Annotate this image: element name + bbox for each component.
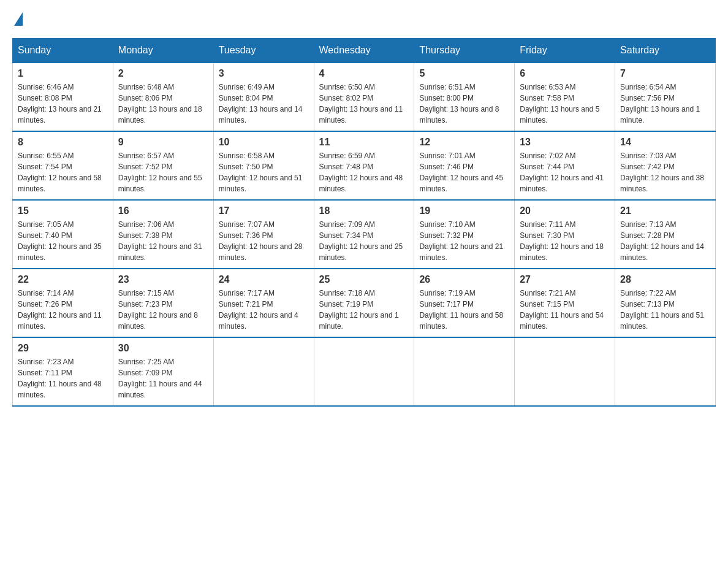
day-info: Sunrise: 7:02 AMSunset: 7:44 PMDaylight:… (520, 150, 610, 194)
header-thursday: Thursday (414, 39, 515, 63)
day-number: 3 (219, 68, 309, 79)
day-info: Sunrise: 7:19 AMSunset: 7:17 PMDaylight:… (419, 288, 509, 332)
day-number: 25 (319, 274, 409, 285)
calendar-cell: 9Sunrise: 6:57 AMSunset: 7:52 PMDaylight… (113, 131, 213, 200)
day-info: Sunrise: 6:58 AMSunset: 7:50 PMDaylight:… (219, 150, 309, 194)
calendar-cell: 1Sunrise: 6:46 AMSunset: 8:08 PMDaylight… (13, 63, 113, 131)
day-number: 5 (419, 68, 509, 79)
calendar-cell: 2Sunrise: 6:48 AMSunset: 8:06 PMDaylight… (113, 63, 213, 131)
calendar-cell: 6Sunrise: 6:53 AMSunset: 7:58 PMDaylight… (515, 63, 615, 131)
weekday-header-row: SundayMondayTuesdayWednesdayThursdayFrid… (13, 39, 716, 63)
calendar-cell: 13Sunrise: 7:02 AMSunset: 7:44 PMDayligh… (515, 131, 615, 200)
day-number: 23 (118, 274, 208, 285)
calendar-cell (213, 337, 314, 406)
day-info: Sunrise: 7:03 AMSunset: 7:42 PMDaylight:… (620, 150, 710, 194)
calendar-cell: 8Sunrise: 6:55 AMSunset: 7:54 PMDaylight… (13, 131, 113, 200)
day-info: Sunrise: 7:17 AMSunset: 7:21 PMDaylight:… (219, 288, 309, 332)
calendar-cell: 15Sunrise: 7:05 AMSunset: 7:40 PMDayligh… (13, 200, 113, 269)
day-number: 29 (18, 343, 108, 354)
calendar-cell: 10Sunrise: 6:58 AMSunset: 7:50 PMDayligh… (213, 131, 314, 200)
day-number: 10 (219, 137, 309, 148)
calendar-cell: 4Sunrise: 6:50 AMSunset: 8:02 PMDaylight… (314, 63, 414, 131)
header-monday: Monday (113, 39, 213, 63)
header-sunday: Sunday (13, 39, 113, 63)
day-info: Sunrise: 7:25 AMSunset: 7:09 PMDaylight:… (118, 356, 208, 400)
day-number: 2 (118, 68, 208, 79)
calendar-cell: 5Sunrise: 6:51 AMSunset: 8:00 PMDaylight… (414, 63, 515, 131)
day-number: 4 (319, 68, 409, 79)
day-info: Sunrise: 6:57 AMSunset: 7:52 PMDaylight:… (118, 150, 208, 194)
calendar-cell: 19Sunrise: 7:10 AMSunset: 7:32 PMDayligh… (414, 200, 515, 269)
header-tuesday: Tuesday (213, 39, 314, 63)
day-number: 8 (18, 137, 108, 148)
day-info: Sunrise: 7:06 AMSunset: 7:38 PMDaylight:… (118, 219, 208, 263)
day-number: 9 (118, 137, 208, 148)
logo (12, 12, 25, 26)
calendar-cell: 20Sunrise: 7:11 AMSunset: 7:30 PMDayligh… (515, 200, 615, 269)
day-info: Sunrise: 6:50 AMSunset: 8:02 PMDaylight:… (319, 82, 409, 126)
day-number: 22 (18, 274, 108, 285)
day-info: Sunrise: 7:15 AMSunset: 7:23 PMDaylight:… (118, 288, 208, 332)
calendar-cell: 16Sunrise: 7:06 AMSunset: 7:38 PMDayligh… (113, 200, 213, 269)
calendar-cell: 25Sunrise: 7:18 AMSunset: 7:19 PMDayligh… (314, 269, 414, 337)
day-info: Sunrise: 6:59 AMSunset: 7:48 PMDaylight:… (319, 150, 409, 194)
calendar-cell: 18Sunrise: 7:09 AMSunset: 7:34 PMDayligh… (314, 200, 414, 269)
calendar-table: SundayMondayTuesdayWednesdayThursdayFrid… (12, 38, 716, 407)
calendar-cell (314, 337, 414, 406)
day-info: Sunrise: 7:05 AMSunset: 7:40 PMDaylight:… (18, 219, 108, 263)
calendar-cell: 3Sunrise: 6:49 AMSunset: 8:04 PMDaylight… (213, 63, 314, 131)
week-row-3: 15Sunrise: 7:05 AMSunset: 7:40 PMDayligh… (13, 200, 716, 269)
day-number: 1 (18, 68, 108, 79)
calendar-cell (414, 337, 515, 406)
day-number: 15 (18, 205, 108, 216)
day-number: 26 (419, 274, 509, 285)
day-number: 24 (219, 274, 309, 285)
calendar-cell: 21Sunrise: 7:13 AMSunset: 7:28 PMDayligh… (615, 200, 716, 269)
calendar-cell: 11Sunrise: 6:59 AMSunset: 7:48 PMDayligh… (314, 131, 414, 200)
week-row-1: 1Sunrise: 6:46 AMSunset: 8:08 PMDaylight… (13, 63, 716, 131)
day-number: 17 (219, 205, 309, 216)
day-info: Sunrise: 7:01 AMSunset: 7:46 PMDaylight:… (419, 150, 509, 194)
day-info: Sunrise: 7:18 AMSunset: 7:19 PMDaylight:… (319, 288, 409, 332)
logo-triangle-icon (14, 12, 23, 26)
day-number: 19 (419, 205, 509, 216)
calendar-cell: 12Sunrise: 7:01 AMSunset: 7:46 PMDayligh… (414, 131, 515, 200)
day-info: Sunrise: 7:07 AMSunset: 7:36 PMDaylight:… (219, 219, 309, 263)
calendar-cell: 27Sunrise: 7:21 AMSunset: 7:15 PMDayligh… (515, 269, 615, 337)
day-number: 7 (620, 68, 710, 79)
day-info: Sunrise: 6:48 AMSunset: 8:06 PMDaylight:… (118, 82, 208, 126)
day-info: Sunrise: 6:53 AMSunset: 7:58 PMDaylight:… (520, 82, 610, 126)
week-row-4: 22Sunrise: 7:14 AMSunset: 7:26 PMDayligh… (13, 269, 716, 337)
day-info: Sunrise: 7:09 AMSunset: 7:34 PMDaylight:… (319, 219, 409, 263)
header-wednesday: Wednesday (314, 39, 414, 63)
calendar-cell: 23Sunrise: 7:15 AMSunset: 7:23 PMDayligh… (113, 269, 213, 337)
day-info: Sunrise: 7:10 AMSunset: 7:32 PMDaylight:… (419, 219, 509, 263)
header-saturday: Saturday (615, 39, 716, 63)
calendar-cell: 17Sunrise: 7:07 AMSunset: 7:36 PMDayligh… (213, 200, 314, 269)
calendar-cell: 7Sunrise: 6:54 AMSunset: 7:56 PMDaylight… (615, 63, 716, 131)
calendar-cell: 22Sunrise: 7:14 AMSunset: 7:26 PMDayligh… (13, 269, 113, 337)
day-number: 27 (520, 274, 610, 285)
day-number: 6 (520, 68, 610, 79)
page-header (12, 12, 716, 26)
day-info: Sunrise: 6:55 AMSunset: 7:54 PMDaylight:… (18, 150, 108, 194)
calendar-cell (615, 337, 716, 406)
header-friday: Friday (515, 39, 615, 63)
day-info: Sunrise: 6:49 AMSunset: 8:04 PMDaylight:… (219, 82, 309, 126)
day-number: 16 (118, 205, 208, 216)
day-info: Sunrise: 7:14 AMSunset: 7:26 PMDaylight:… (18, 288, 108, 332)
calendar-cell (515, 337, 615, 406)
day-number: 30 (118, 343, 208, 354)
day-info: Sunrise: 6:51 AMSunset: 8:00 PMDaylight:… (419, 82, 509, 126)
day-number: 20 (520, 205, 610, 216)
day-info: Sunrise: 7:22 AMSunset: 7:13 PMDaylight:… (620, 288, 710, 332)
day-info: Sunrise: 7:23 AMSunset: 7:11 PMDaylight:… (18, 356, 108, 400)
day-info: Sunrise: 7:13 AMSunset: 7:28 PMDaylight:… (620, 219, 710, 263)
day-number: 12 (419, 137, 509, 148)
calendar-cell: 30Sunrise: 7:25 AMSunset: 7:09 PMDayligh… (113, 337, 213, 406)
day-number: 14 (620, 137, 710, 148)
day-number: 28 (620, 274, 710, 285)
day-info: Sunrise: 7:11 AMSunset: 7:30 PMDaylight:… (520, 219, 610, 263)
day-number: 13 (520, 137, 610, 148)
calendar-cell: 26Sunrise: 7:19 AMSunset: 7:17 PMDayligh… (414, 269, 515, 337)
